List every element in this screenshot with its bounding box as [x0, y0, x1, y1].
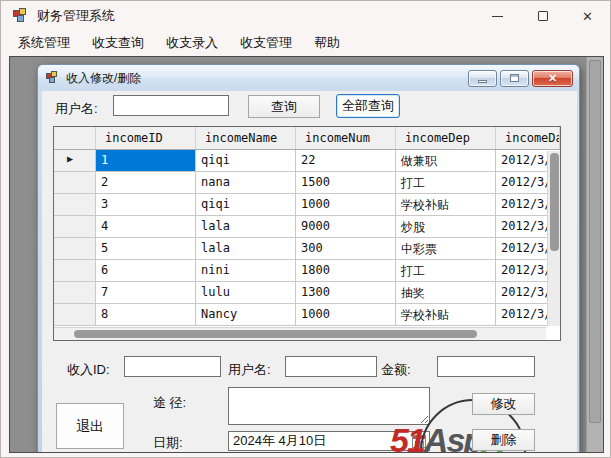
child-restore-icon [510, 74, 519, 82]
table-row: 3qiqi1000学校补贴2012/3/2 [54, 194, 560, 216]
grid-corner-cell[interactable] [54, 127, 96, 149]
grid-horizontal-scrollbar-thumb[interactable] [74, 330, 477, 338]
child-close-button[interactable]: ✕ [532, 70, 573, 87]
table-row: 6nini1800打工2012/3/2 [54, 260, 560, 282]
grid-cell[interactable]: 3 [96, 194, 196, 215]
child-minimize-button[interactable] [468, 70, 497, 87]
close-icon: ✕ [582, 10, 593, 23]
grid-cell[interactable]: 6 [96, 260, 196, 281]
child-titlebar[interactable]: 收入修改/删除 ✕ [38, 65, 579, 91]
grid-cell[interactable]: 打工 [396, 172, 496, 193]
minimize-button[interactable] [475, 1, 520, 31]
maximize-button[interactable] [520, 1, 565, 31]
main-titlebar: 财务管理系统 ✕ [1, 1, 610, 31]
calendar-icon[interactable] [412, 435, 426, 448]
grid-horizontal-scrollbar[interactable] [54, 327, 546, 340]
child-window-title: 收入修改/删除 [66, 70, 141, 87]
grid-cell[interactable]: 4 [96, 216, 196, 237]
date-picker[interactable]: 2024年 4月10日 [228, 431, 430, 451]
grid-cell[interactable]: lala [196, 216, 296, 237]
grid-cell[interactable]: 做兼职 [396, 150, 496, 171]
grid-cell[interactable]: Nancy [196, 304, 296, 325]
grid-cell[interactable]: 1000 [296, 194, 396, 215]
grid-header-row: incomeIDincomeNameincomeNumincomeDepinco… [54, 127, 560, 150]
grid-cell[interactable]: 1000 [296, 304, 396, 325]
grid-row-header[interactable] [54, 282, 96, 303]
grid-column-header[interactable]: incomeName [196, 127, 296, 149]
grid-vertical-scrollbar-thumb[interactable] [550, 153, 559, 251]
menu-item-income-query[interactable]: 收支查询 [83, 31, 153, 55]
grid-cell[interactable]: nana [196, 172, 296, 193]
amount-input[interactable] [437, 356, 535, 377]
child-client-area: 用户名: 查询 全部查询 incomeIDincomeNameincomeNum… [42, 91, 577, 453]
window-controls: ✕ [475, 1, 610, 31]
grid-row-header[interactable] [54, 216, 96, 237]
exit-button[interactable]: 退出 [56, 403, 124, 449]
mdi-vertical-scrollbar-thumb[interactable] [589, 60, 601, 423]
grid-cell[interactable]: 22 [296, 150, 396, 171]
table-row: 7lulu1300抽奖2012/3/2 [54, 282, 560, 304]
minimize-icon [492, 16, 503, 17]
grid-cell[interactable]: qiqi [196, 150, 296, 171]
grid-row-header[interactable] [54, 194, 96, 215]
grid-row-header[interactable] [54, 238, 96, 259]
menu-item-help[interactable]: 帮助 [305, 31, 349, 55]
child-minimize-icon [478, 80, 487, 83]
income-id-label: 收入ID: [67, 361, 110, 379]
grid-cell[interactable]: 5 [96, 238, 196, 259]
grid-cell[interactable]: 1 [96, 150, 196, 171]
grid-row-header[interactable] [54, 172, 96, 193]
grid-cell[interactable]: 1300 [296, 282, 396, 303]
form-username-input[interactable] [285, 356, 377, 377]
way-input[interactable] [228, 387, 430, 425]
amount-label: 金额: [381, 361, 411, 379]
grid-cell[interactable]: 1500 [296, 172, 396, 193]
grid-cell[interactable]: 1800 [296, 260, 396, 281]
grid-column-header[interactable]: incomeNum [296, 127, 396, 149]
table-row: 4lala9000炒股2012/3/1 [54, 216, 560, 238]
grid-cell[interactable]: 打工 [396, 260, 496, 281]
grid-cell[interactable]: 炒股 [396, 216, 496, 237]
grid-row-header[interactable] [54, 260, 96, 281]
grid-cell[interactable]: 7 [96, 282, 196, 303]
grid-cell[interactable]: 8 [96, 304, 196, 325]
menu-item-income-manage[interactable]: 收支管理 [231, 31, 301, 55]
app-icon-part [17, 15, 24, 22]
grid-cell[interactable]: 学校补贴 [396, 194, 496, 215]
child-restore-button[interactable] [500, 70, 529, 87]
query-username-label: 用户名: [55, 100, 98, 118]
grid-cell[interactable]: lulu [196, 282, 296, 303]
grid-cell[interactable]: nini [196, 260, 296, 281]
grid-cell[interactable]: qiqi [196, 194, 296, 215]
query-username-input[interactable] [113, 95, 229, 116]
grid-vertical-scrollbar[interactable] [547, 151, 560, 326]
grid-cell[interactable]: lala [196, 238, 296, 259]
child-close-icon: ✕ [548, 72, 557, 85]
table-row: 8Nancy1000学校补贴2012/3/2 [54, 304, 560, 326]
menu-item-income-entry[interactable]: 收支录入 [157, 31, 227, 55]
grid-cell[interactable]: 300 [296, 238, 396, 259]
grid-row-header[interactable]: ▶ [54, 150, 96, 171]
query-button[interactable]: 查询 [248, 95, 320, 118]
grid-cell[interactable]: 中彩票 [396, 238, 496, 259]
mdi-area: 收入修改/删除 ✕ 用户名: 查询 全部查询 incomeIDincomeNa [9, 56, 604, 453]
query-all-button[interactable]: 全部查询 [336, 94, 400, 118]
menubar: 系统管理 收支查询 收支录入 收支管理 帮助 [9, 31, 602, 55]
app-icon-part [19, 8, 26, 15]
grid-row-header[interactable] [54, 304, 96, 325]
grid-cell[interactable]: 抽奖 [396, 282, 496, 303]
table-row: 2nana1500打工2012/3/2 [54, 172, 560, 194]
grid-cell[interactable]: 学校补贴 [396, 304, 496, 325]
maximize-icon [538, 11, 548, 21]
menu-item-system-manage[interactable]: 系统管理 [9, 31, 79, 55]
grid-column-header[interactable]: incomeDate [496, 127, 560, 149]
grid-cell[interactable]: 9000 [296, 216, 396, 237]
grid-column-header[interactable]: incomeDep [396, 127, 496, 149]
grid-column-header[interactable]: incomeID [96, 127, 196, 149]
grid-cell[interactable]: 2 [96, 172, 196, 193]
modify-button[interactable]: 修改 [472, 393, 535, 415]
delete-button[interactable]: 删除 [472, 429, 535, 451]
close-button[interactable]: ✕ [565, 1, 610, 31]
income-id-input[interactable] [124, 356, 221, 377]
mdi-vertical-scrollbar[interactable] [586, 57, 603, 452]
